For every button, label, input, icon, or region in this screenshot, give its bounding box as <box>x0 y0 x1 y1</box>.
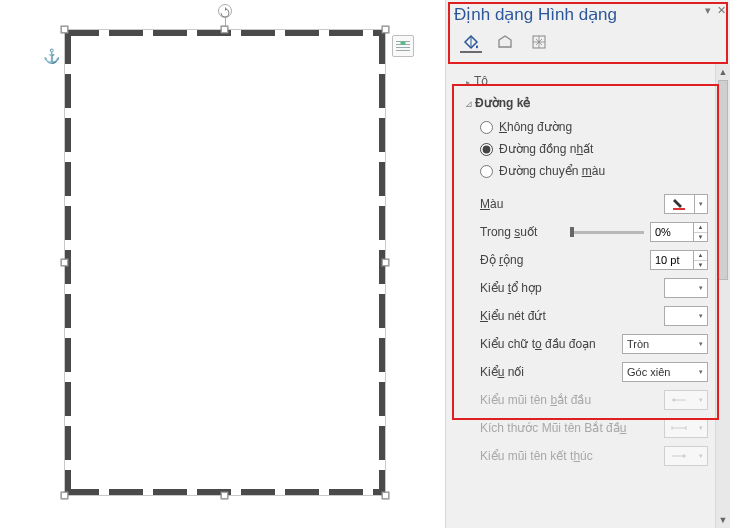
selected-shape-rectangle[interactable] <box>65 30 385 495</box>
compound-type-dropdown[interactable]: ▾ <box>664 278 708 298</box>
resize-handle-n[interactable] <box>221 26 228 33</box>
svg-rect-5 <box>673 208 685 210</box>
line-solid-radio[interactable]: Đường đồng nhất <box>480 138 730 160</box>
end-arrow-label: Kiểu mũi tên kết thúc <box>480 449 664 463</box>
begin-arrow-label: Kiểu mũi tên bắt đầu <box>480 393 664 407</box>
line-gradient-radio[interactable]: Đường chuyển màu <box>480 160 730 182</box>
resize-handle-e[interactable] <box>382 259 389 266</box>
svg-rect-3 <box>396 50 410 51</box>
document-canvas: ⚓ <box>0 0 445 528</box>
layout-options-button[interactable] <box>392 35 414 57</box>
size-tab-icon[interactable] <box>528 31 550 53</box>
join-label: Kiểu nối <box>480 365 622 379</box>
resize-handle-nw[interactable] <box>61 26 68 33</box>
rotate-handle[interactable] <box>218 4 232 18</box>
cap-label: Kiểu chữ to đầu đoạn <box>480 337 622 351</box>
width-label: Độ rộng <box>480 253 650 267</box>
fill-line-tab-icon[interactable] <box>460 31 482 53</box>
pane-close-icon[interactable]: ✕ <box>717 4 726 17</box>
resize-handle-se[interactable] <box>382 492 389 499</box>
transparency-slider[interactable] <box>570 222 644 242</box>
scroll-up-icon[interactable]: ▲ <box>716 64 730 80</box>
end-arrow-dropdown: ▾ <box>664 446 708 466</box>
resize-handle-w[interactable] <box>61 259 68 266</box>
line-none-radio[interactable]: Không đường <box>480 116 730 138</box>
effects-tab-icon[interactable] <box>494 31 516 53</box>
fill-section-header[interactable]: Tô <box>456 68 730 90</box>
dash-type-dropdown[interactable]: ▾ <box>664 306 708 326</box>
begin-size-label: Kích thước Mũi tên Bắt đầu <box>480 421 664 435</box>
begin-arrow-dropdown: ▾ <box>664 390 708 410</box>
scroll-down-icon[interactable]: ▼ <box>716 512 730 528</box>
line-section-header[interactable]: Đường kẻ <box>456 90 730 112</box>
pane-scrollbar[interactable]: ▲ ▼ <box>715 64 730 528</box>
resize-handle-sw[interactable] <box>61 492 68 499</box>
svg-rect-2 <box>396 47 410 48</box>
pane-menu-icon[interactable]: ▾ <box>705 4 711 17</box>
color-label: Màu <box>480 197 664 211</box>
resize-handle-ne[interactable] <box>382 26 389 33</box>
cap-type-dropdown[interactable]: Tròn▾ <box>622 334 708 354</box>
join-type-dropdown[interactable]: Góc xiên▾ <box>622 362 708 382</box>
anchor-icon: ⚓ <box>43 48 60 64</box>
scroll-thumb[interactable] <box>718 80 728 280</box>
width-input[interactable]: ▲▼ <box>650 250 708 270</box>
transparency-label: Trong suốt <box>480 225 570 239</box>
dash-label: Kiểu nét đứt <box>480 309 664 323</box>
resize-handle-s[interactable] <box>221 492 228 499</box>
format-shape-pane: ▾ ✕ Định dạng Hình dạng Tô Đường kẻ Khôn… <box>445 0 730 528</box>
transparency-input[interactable]: ▲▼ <box>650 222 708 242</box>
color-picker[interactable]: ▾ <box>664 194 708 214</box>
pane-title: Định dạng Hình dạng <box>454 4 722 25</box>
begin-size-dropdown: ▾ <box>664 418 708 438</box>
compound-label: Kiểu tổ hợp <box>480 281 664 295</box>
